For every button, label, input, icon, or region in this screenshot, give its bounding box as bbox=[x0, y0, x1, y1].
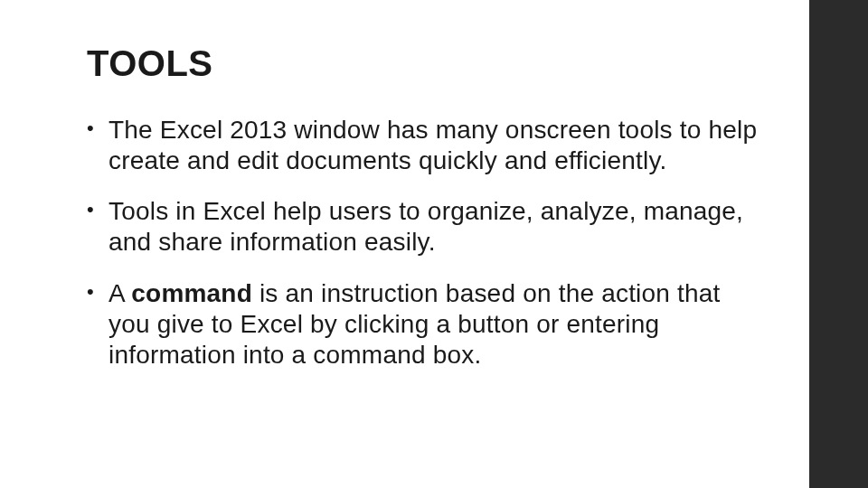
list-item: Tools in Excel help users to organize, a… bbox=[87, 196, 759, 258]
slide-title: TOOLS bbox=[87, 43, 759, 84]
text-run: Tools in Excel help users to organize, a… bbox=[108, 197, 743, 256]
slide: TOOLS The Excel 2013 window has many ons… bbox=[0, 0, 868, 488]
text-run: The Excel 2013 window has many onscreen … bbox=[108, 116, 757, 174]
bold-run: command bbox=[131, 279, 252, 307]
content-area: TOOLS The Excel 2013 window has many ons… bbox=[0, 0, 809, 488]
text-run: A bbox=[108, 279, 131, 307]
list-item: A command is an instruction based on the… bbox=[87, 278, 759, 371]
list-item: The Excel 2013 window has many onscreen … bbox=[87, 115, 759, 176]
sidebar-accent bbox=[809, 0, 868, 488]
bullet-list: The Excel 2013 window has many onscreen … bbox=[87, 115, 759, 371]
